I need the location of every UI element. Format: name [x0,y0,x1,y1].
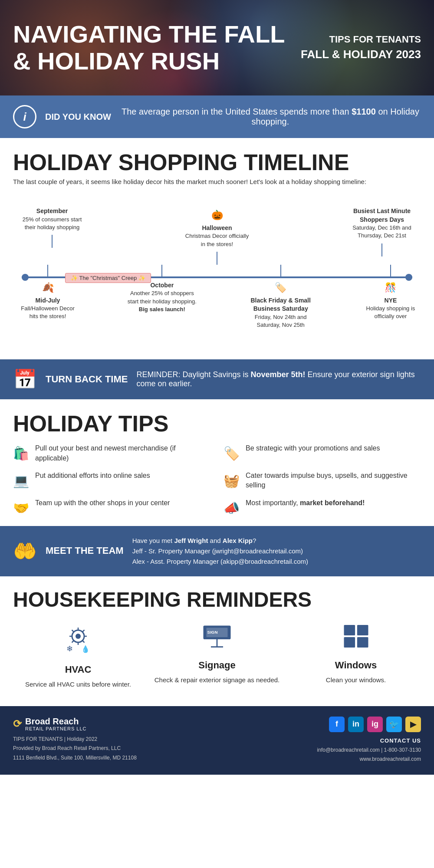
linkedin-icon[interactable]: in [348,717,364,732]
svg-point-9 [76,634,81,639]
hk-hvac-title: HVAC [65,664,92,675]
laptop-icon: 💻 [13,472,29,490]
hk-signage-desc: Check & repair exterior signage as neede… [155,675,280,684]
footer-info: TIPS FOR TENANTS | Holiday 2022 Provided… [13,735,137,763]
logo-icon: ⟳ [13,718,22,730]
tips-grid: 🛍️ Pull out your best and newest merchan… [13,444,421,517]
meet-the-team-section: 🤲 MEET THE TEAM Have you met Jeff Wright… [0,526,434,576]
christmas-creep-label: ✨ The "Christmas" Creep ✨ [65,273,151,283]
tbt-label: TURN BACK TIME [46,374,128,385]
hk-hvac-desc: Service all HVAC units before winter. [25,680,131,689]
tip-item-promotions: 🏷️ Be strategic with your promotions and… [224,444,421,463]
hk-windows-desc: Clean your windows. [326,675,386,684]
tl-september-label: September [17,207,87,216]
youtube-icon[interactable]: ▶ [405,717,421,732]
tip-text-market: Most importantly, market beforehand! [246,498,365,508]
footer-info-line3: 1111 Benfield Blvd., Suite 100, Millersv… [13,753,137,763]
logo-sub: RETAIL PARTNERS LLC [25,726,86,731]
signage-icon: SIGN [202,623,232,655]
tl-nye-label: NYE [365,296,417,305]
tl-halloween-label: Halloween [182,224,252,233]
nye-icon: 🎊 [365,281,417,295]
tip-text-impulse: Cater towards impulse buys, upsells, and… [246,471,421,490]
hk-signage-title: Signage [198,660,236,671]
holiday-tips-section: HOLIDAY TIPS 🛍️ Pull out your best and n… [0,399,434,526]
contact-label: CONTACT US [317,737,421,744]
timeline-item-busiest: Busiest Last Minute Shoppers Days Saturd… [347,207,417,265]
svg-rect-17 [344,625,355,635]
housekeeping-section: HOUSEKEEPING REMINDERS ❄ 💧 [0,576,434,706]
midjuly-icon: 🍂 [17,281,78,295]
tl-midjuly-desc: Fall/Halloween Decor hits the stores! [17,305,78,320]
shopping-bag-icon: 🛍️ [13,444,29,463]
tl-halloween-desc: Christmas Decor officially in the stores… [182,232,252,248]
facebook-icon[interactable]: f [329,717,345,732]
dyk-text: The average person in the United States … [120,107,421,127]
info-icon: i [13,105,36,128]
basket-icon: 🧺 [224,472,240,490]
tbt-text: REMINDER: Daylight Savings is November 5… [136,370,421,388]
housekeeping-grid: ❄ 💧 HVAC Service all HVAC units before w… [13,623,421,689]
blackfriday-icon: 🏷️ [246,281,316,295]
tip-text-promotions: Be strategic with your promotions and sa… [246,444,380,453]
tip-item-online: 💻 Put additional efforts into online sal… [13,471,210,490]
tl-blackfriday-desc: Friday, Nov 24th and Saturday, Nov 25th [246,313,316,329]
hvac-icon: ❄ 💧 [63,623,93,660]
svg-text:💧: 💧 [81,645,90,653]
timeline-item-halloween: 🎃 Halloween Christmas Decor officially i… [182,207,252,265]
calendar-icon: 📅 [13,368,37,391]
logo-name: Broad Reach [25,717,86,726]
svg-line-8 [72,641,74,642]
footer-logo: ⟳ Broad Reach RETAIL PARTNERS LLC [13,717,137,731]
svg-rect-19 [344,637,355,648]
header-subtitle: TIPS FOR TENANTS FALL & HOLIDAY 2023 [301,33,421,62]
twitter-icon[interactable]: 🐦 [386,717,402,732]
mtt-label: MEET THE TEAM [46,545,124,556]
tip-text-merchandise: Pull out your best and newest merchandis… [35,444,210,463]
contact-line2: www.broadreachretail.com [317,755,421,764]
tip-text-teamup: Team up with the other shops in your cen… [35,498,170,508]
svg-line-6 [82,641,84,642]
housekeeping-title: HOUSEKEEPING REMINDERS [13,589,421,610]
windows-icon [342,623,370,655]
tips-label: TIPS FOR TENANTS [301,33,421,46]
timeline-item-september: September 25% of consumers start their h… [17,207,87,265]
social-links[interactable]: f in ig 🐦 ▶ [317,717,421,732]
handshake-icon: 🤝 [13,499,29,517]
hk-item-windows: Windows Clean your windows. [291,623,421,689]
footer-contact-info: info@broadreachretail.com | 1-800-307-31… [317,746,421,764]
tl-busiest-label: Busiest Last Minute Shoppers Days [347,207,417,224]
tl-midjuly-label: Mid-July [17,296,78,305]
tl-october-desc: Another 25% of shoppers start their holi… [127,289,197,313]
footer-right: f in ig 🐦 ▶ CONTACT US info@broadreachre… [317,717,421,764]
tag-icon: 🏷️ [224,444,240,463]
footer-info-line2: Provided by Broad Reach Retail Partners,… [13,744,137,753]
svg-text:❄: ❄ [66,644,73,653]
contact-line1: info@broadreachretail.com | 1-800-307-31… [317,746,421,755]
tip-item-impulse: 🧺 Cater towards impulse buys, upsells, a… [224,471,421,490]
page-footer: ⟳ Broad Reach RETAIL PARTNERS LLC TIPS F… [0,706,434,775]
tip-item-merchandise: 🛍️ Pull out your best and newest merchan… [13,444,210,463]
tl-nye-desc: Holiday shopping is officially over [365,305,417,320]
did-you-know-section: i DID YOU KNOW The average person in the… [0,95,434,138]
page-title: NAVIGATING THE FALL & HOLIDAY RUSH [13,21,295,74]
tip-item-market: 📣 Most importantly, market beforehand! [224,498,421,517]
timeline-subtitle: The last couple of years, it seems like … [13,178,421,185]
timeline-title: HOLIDAY SHOPPING TIMELINE [13,151,421,174]
svg-rect-20 [357,637,368,648]
footer-left: ⟳ Broad Reach RETAIL PARTNERS LLC TIPS F… [13,717,137,763]
megaphone-icon: 📣 [224,499,240,517]
svg-text:SIGN: SIGN [207,630,218,635]
timeline-item-blackfriday: 🏷️ Black Friday & Small Business Saturda… [246,265,316,329]
turn-back-time-section: 📅 TURN BACK TIME REMINDER: Daylight Savi… [0,359,434,399]
timeline-item-nye: 🎊 NYE Holiday shopping is officially ove… [365,265,417,329]
instagram-icon[interactable]: ig [367,717,383,732]
footer-info-line1: TIPS FOR TENANTS | Holiday 2022 [13,735,137,744]
svg-line-5 [72,630,74,631]
holiday-tips-title: HOLIDAY TIPS [13,412,421,435]
timeline: September 25% of consumers start their h… [13,198,421,338]
team-icon: 🤲 [13,540,37,562]
tip-item-teamup: 🤝 Team up with the other shops in your c… [13,498,210,517]
tl-busiest-desc: Saturday, Dec 16th and Thursday, Dec 21s… [347,224,417,240]
dyk-label: DID YOU KNOW [45,112,111,122]
